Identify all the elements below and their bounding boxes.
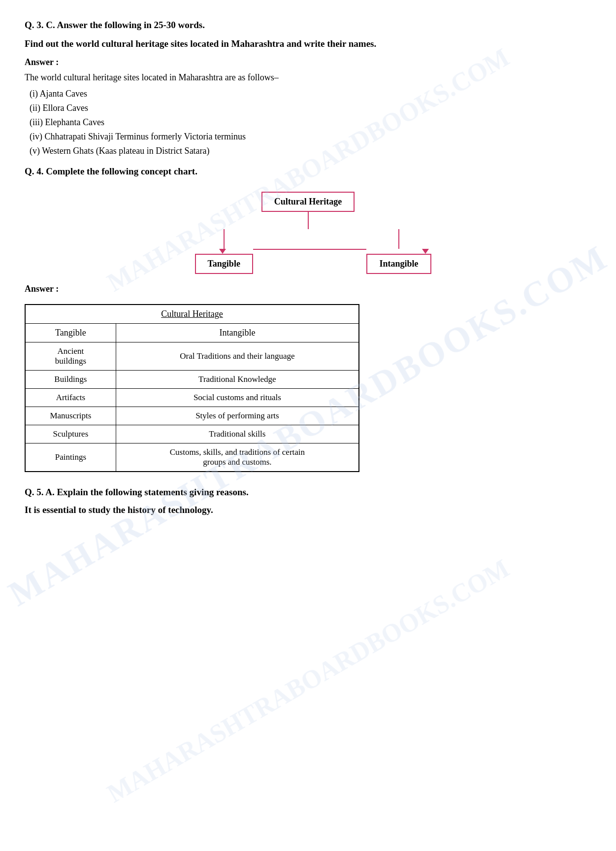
table-cell-intangible-4: Styles of performing arts (116, 407, 358, 425)
list-item-2: (ii) Ellora Caves (30, 103, 591, 113)
table-cell-tangible-6: Paintings (26, 443, 116, 472)
table-cell-intangible-5: Traditional skills (116, 425, 358, 443)
q5a-header: Q. 5. A. Explain the following statement… (25, 487, 591, 498)
table-row: Sculptures Traditional skills (26, 425, 359, 443)
list-item-3: (iii) Elephanta Caves (30, 117, 591, 128)
table-cell-intangible-2: Traditional Knowledge (116, 371, 358, 389)
table-cell-tangible-5: Sculptures (26, 425, 116, 443)
table-cell-tangible-3: Artifacts (26, 389, 116, 407)
list-item-4: (iv) Chhatrapati Shivaji Terminus former… (30, 132, 591, 142)
cultural-heritage-table: Cultural Heritage Tangible Intangible An… (25, 304, 359, 472)
table-row: Ancientbuildings Oral Traditions and the… (26, 342, 359, 371)
table-header: Cultural Heritage (26, 305, 359, 324)
table-row: Manuscripts Styles of performing arts (26, 407, 359, 425)
table-col-intangible: Intangible (116, 324, 358, 342)
chart-right-box: Intangible (366, 254, 431, 274)
table-cell-tangible-1: Ancientbuildings (26, 342, 116, 371)
q5a-question: It is essential to study the history of … (25, 505, 591, 515)
table-cell-intangible-1: Oral Traditions and their language (116, 342, 358, 371)
chart-left-box: Tangible (195, 254, 253, 274)
q3c-answer-label: Answer : (25, 57, 591, 68)
q4-header: Q. 4. Complete the following concept cha… (25, 166, 591, 177)
table-row: Paintings Customs, skills, and tradition… (26, 443, 359, 472)
list-item-1: (i) Ajanta Caves (30, 89, 591, 99)
table-cell-intangible-6: Customs, skills, and traditions of certa… (116, 443, 358, 472)
list-item-5: (v) Western Ghats (Kaas plateau in Distr… (30, 146, 591, 156)
table-row: Buildings Traditional Knowledge (26, 371, 359, 389)
table-cell-tangible-2: Buildings (26, 371, 116, 389)
table-col-tangible: Tangible (26, 324, 116, 342)
concept-chart: Cultural Heritage Tangible Intangible (25, 192, 591, 274)
table-cell-intangible-3: Social customs and rituals (116, 389, 358, 407)
q3c-header: Q. 3. C. Answer the following in 25-30 w… (25, 20, 591, 31)
table-cell-tangible-4: Manuscripts (26, 407, 116, 425)
q4-answer-label: Answer : (25, 284, 591, 294)
q3c-question: Find out the world cultural heritage sit… (25, 38, 591, 49)
watermark-bottom: MAHARASHTRABOARDBOOKS.COM (102, 553, 514, 808)
table-row: Artifacts Social customs and rituals (26, 389, 359, 407)
chart-top-box: Cultural Heritage (261, 192, 355, 212)
q3c-answer-intro: The world cultural heritage sites locate… (25, 72, 591, 83)
